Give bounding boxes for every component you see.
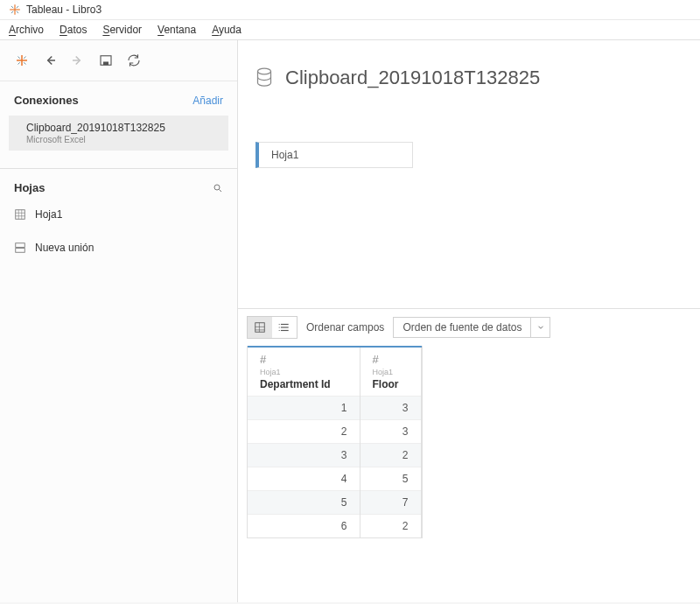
tableau-logo-icon xyxy=(9,4,21,16)
svg-line-2 xyxy=(11,6,13,8)
back-arrow-icon[interactable] xyxy=(42,53,58,68)
number-type-icon: # xyxy=(373,353,379,366)
view-mode-toggle xyxy=(247,316,298,339)
svg-point-33 xyxy=(279,324,280,325)
connection-name: Clipboard_20191018T132825 xyxy=(26,122,216,134)
canvas-sheet-label: Hoja1 xyxy=(271,149,298,161)
table-row[interactable]: 45 xyxy=(248,467,421,491)
svg-rect-18 xyxy=(16,210,25,220)
menu-bar: Archivo Datos Servidor Ventana Ayuda xyxy=(0,20,700,40)
column-header-floor[interactable]: # Hoja1 Floor xyxy=(360,347,421,397)
svg-line-8 xyxy=(18,57,20,59)
table-row[interactable]: 62 xyxy=(248,515,421,538)
menu-datos[interactable]: Datos xyxy=(60,24,87,36)
svg-line-10 xyxy=(24,57,25,59)
svg-point-16 xyxy=(214,185,220,190)
number-type-icon: # xyxy=(260,353,266,366)
main-panel: Clipboard_20191018T132825 Hoja1 Ordenar … xyxy=(238,40,700,602)
connection-type: Microsoft Excel xyxy=(26,135,216,144)
svg-rect-23 xyxy=(16,243,25,248)
sheet-icon xyxy=(14,208,26,221)
window-title-bar: Tableau - Libro3 xyxy=(0,0,700,20)
menu-ayuda[interactable]: Ayuda xyxy=(212,24,242,36)
svg-point-25 xyxy=(258,68,271,74)
svg-point-35 xyxy=(279,330,280,331)
grid-icon xyxy=(254,321,266,334)
sort-select-value: Orden de fuente de datos xyxy=(394,321,530,334)
new-union-label: Nueva unión xyxy=(35,242,94,254)
sheets-header: Hojas xyxy=(0,169,237,201)
connections-title: Conexiones xyxy=(14,94,79,107)
list-icon xyxy=(278,321,290,334)
refresh-icon[interactable] xyxy=(126,53,142,68)
datasource-header: Clipboard_20191018T132825 xyxy=(238,40,700,98)
grid-toolbar: Ordenar campos Orden de fuente de datos xyxy=(238,308,700,346)
canvas-sheet-block[interactable]: Hoja1 xyxy=(256,142,413,168)
sort-select[interactable]: Orden de fuente de datos xyxy=(393,317,550,338)
sheet-item-label: Hoja1 xyxy=(35,208,62,221)
column-name: Floor xyxy=(373,378,409,390)
save-icon[interactable] xyxy=(98,53,114,68)
svg-rect-24 xyxy=(16,249,25,253)
sort-label: Ordenar campos xyxy=(306,321,384,334)
tableau-icon[interactable] xyxy=(14,53,30,68)
menu-servidor[interactable]: Servidor xyxy=(102,24,142,36)
list-view-button[interactable] xyxy=(272,317,297,338)
svg-point-34 xyxy=(279,327,280,327)
svg-rect-26 xyxy=(256,323,265,333)
sidebar-toolbar xyxy=(0,40,237,81)
chevron-down-icon xyxy=(530,318,550,337)
forward-arrow-icon xyxy=(70,53,86,68)
column-header-department-id[interactable]: # Hoja1 Department Id xyxy=(248,347,360,397)
new-union-button[interactable]: Nueva unión xyxy=(14,235,223,261)
svg-line-3 xyxy=(17,11,18,13)
data-rows: 13 23 32 45 57 62 xyxy=(248,397,421,538)
column-source: Hoja1 xyxy=(260,368,347,376)
join-canvas[interactable]: Hoja1 xyxy=(238,98,700,186)
sheet-item-hoja1[interactable]: Hoja1 xyxy=(14,201,223,228)
menu-archivo[interactable]: Archivo xyxy=(9,24,44,36)
sidebar: Conexiones Añadir Clipboard_20191018T132… xyxy=(0,40,238,602)
svg-line-17 xyxy=(220,189,222,192)
table-row[interactable]: 32 xyxy=(248,444,421,467)
data-grid: # Hoja1 Department Id # Hoja1 Floor 13 2… xyxy=(238,346,700,538)
svg-line-11 xyxy=(18,62,20,64)
table-row[interactable]: 13 xyxy=(248,397,421,420)
grid-view-button[interactable] xyxy=(248,317,272,338)
database-icon xyxy=(256,67,273,88)
connection-item[interactable]: Clipboard_20191018T132825 Microsoft Exce… xyxy=(9,116,228,151)
table-row[interactable]: 57 xyxy=(248,491,421,515)
table-row[interactable]: 23 xyxy=(248,420,421,444)
svg-line-9 xyxy=(24,62,25,64)
sheets-title: Hojas xyxy=(14,181,45,194)
datasource-title[interactable]: Clipboard_20191018T132825 xyxy=(285,67,540,89)
union-icon xyxy=(14,242,26,254)
search-icon[interactable] xyxy=(213,183,223,193)
svg-line-5 xyxy=(11,11,13,13)
svg-rect-15 xyxy=(103,62,108,66)
connections-header: Conexiones Añadir xyxy=(0,81,237,114)
column-name: Department Id xyxy=(260,378,347,390)
window-title: Tableau - Libro3 xyxy=(26,4,102,16)
svg-line-4 xyxy=(17,6,18,8)
add-connection-link[interactable]: Añadir xyxy=(192,95,223,107)
column-source: Hoja1 xyxy=(373,368,409,376)
menu-ventana[interactable]: Ventana xyxy=(158,24,196,36)
